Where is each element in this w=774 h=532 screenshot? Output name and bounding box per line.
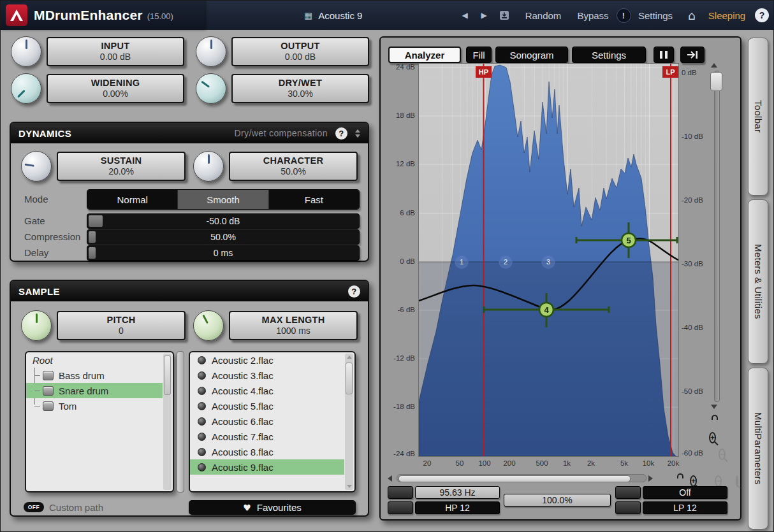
hscroll-left-icon[interactable] <box>388 475 392 482</box>
vertical-zoom-in-icon[interactable] <box>709 432 716 443</box>
list-item[interactable]: Acoustic 3.flac <box>190 368 344 383</box>
save-preset-button[interactable] <box>495 1 513 30</box>
sustain-label: SUSTAIN <box>101 155 142 166</box>
list-item[interactable]: Acoustic 5.flac <box>190 398 344 413</box>
horizontal-scroll-thumb[interactable] <box>398 475 631 482</box>
file-scroll-thumb[interactable] <box>346 363 353 394</box>
output-display[interactable]: OUTPUT 0.00 dB <box>231 37 369 66</box>
character-display[interactable]: CHARACTER 50.0% <box>229 152 358 181</box>
maxlength-knob[interactable] <box>193 310 224 341</box>
tree-scroll-thumb[interactable] <box>164 356 171 395</box>
preset-selector[interactable]: ▦ Acoustic 9 <box>304 1 362 30</box>
eq-node-2[interactable]: 2 <box>499 255 512 268</box>
dynamics-help-icon[interactable]: ? <box>335 127 347 140</box>
gate-slider[interactable]: -50.0 dB <box>87 213 360 229</box>
pitch-display[interactable]: PITCH 0 <box>57 311 186 340</box>
scroll-up-icon[interactable] <box>347 356 352 359</box>
settings-button[interactable]: Settings <box>634 1 676 30</box>
list-item[interactable]: Acoustic 4.flac <box>190 383 344 398</box>
widening-display[interactable]: WIDENING 0.00% <box>47 74 184 103</box>
tree-item-bass-drum[interactable]: Bass drum <box>26 368 163 383</box>
mode-normal-button[interactable]: Normal <box>87 190 178 209</box>
sample-help-icon[interactable]: ? <box>348 285 360 298</box>
freq-label: 10k <box>636 459 661 467</box>
sidebar-tab-meters-utilities[interactable]: Meters & Utilities <box>748 199 768 364</box>
tab-settings[interactable]: Settings <box>572 47 646 63</box>
bypass-button[interactable]: Bypass <box>572 1 614 30</box>
list-item[interactable]: Acoustic 8.flac <box>190 444 344 459</box>
tree-item-snare-drum[interactable]: Snare drum <box>26 383 163 398</box>
help-button[interactable]: ? <box>752 1 772 30</box>
previous-preset-button[interactable]: ◀ <box>456 1 474 30</box>
sustain-knob[interactable] <box>21 151 52 182</box>
delay-slider[interactable]: 0 ms <box>87 245 360 261</box>
list-item-selected[interactable]: Acoustic 9.flac <box>190 459 344 475</box>
delay-handle[interactable] <box>89 247 96 259</box>
analyzer-mix-display[interactable]: 100.0% <box>504 494 611 507</box>
zoom-reset-icon[interactable] <box>736 475 738 487</box>
tab-analyzer[interactable]: Analyzer <box>388 47 461 63</box>
dynamics-spinner[interactable] <box>355 129 360 138</box>
character-knob[interactable] <box>193 151 224 182</box>
hp-mini-button[interactable] <box>388 486 413 499</box>
list-item[interactable]: Acoustic 7.flac <box>190 429 344 444</box>
next-preset-button[interactable]: ▶ <box>475 1 493 30</box>
drywet-compensation-option[interactable]: Dry/wet compensation <box>234 128 328 138</box>
notification-button[interactable]: ! <box>614 1 633 30</box>
drywet-display[interactable]: DRY/WET 30.0% <box>231 74 369 103</box>
list-item[interactable]: Acoustic 6.flac <box>190 413 344 429</box>
random-button[interactable]: Random <box>518 1 568 30</box>
hp-frequency-display[interactable]: 95.63 Hz <box>415 486 500 499</box>
compression-slider[interactable]: 50.0% <box>87 229 360 245</box>
maxlength-display[interactable]: MAX LENGTH 1000 ms <box>229 311 358 340</box>
file-scrollbar[interactable] <box>345 354 353 490</box>
lp-mini-button[interactable] <box>615 486 641 499</box>
favourites-button[interactable]: ♥ Favourites <box>189 500 356 515</box>
vscroll-down-icon[interactable] <box>711 405 717 409</box>
pitch-knob-group: PITCH 0 <box>21 310 186 341</box>
tree-splitter[interactable] <box>177 351 184 492</box>
spectrum-plot[interactable]: HP LP 1 2 <box>418 63 679 457</box>
eq-node-3[interactable]: 3 <box>542 255 555 268</box>
tree-root-item[interactable]: Root <box>26 352 173 368</box>
horizontal-zoom-out-icon[interactable] <box>715 475 722 487</box>
horizontal-scroll-track[interactable] <box>397 474 646 482</box>
pitch-knob[interactable] <box>21 310 52 341</box>
sidebar-tab-multiparameters[interactable]: MultiParameters <box>748 368 768 529</box>
vscroll-up-icon[interactable] <box>711 63 717 68</box>
tree-item-tom[interactable]: Tom <box>26 398 163 413</box>
sidebar-tab-toolbar[interactable]: Toolbar <box>748 38 768 196</box>
eq-node-1[interactable]: 1 <box>455 255 468 268</box>
lp-slope-button[interactable]: LP 12 <box>643 501 727 514</box>
output-knob[interactable] <box>196 36 226 67</box>
mode-fast-button[interactable]: Fast <box>269 190 359 209</box>
sleeping-indicator[interactable]: Sleeping <box>703 1 750 30</box>
hp-slope-button[interactable]: HP 12 <box>415 501 500 514</box>
tab-sonogram[interactable]: Sonogram <box>495 47 568 63</box>
melda-logo-icon[interactable] <box>6 4 27 26</box>
tree-scrollbar[interactable] <box>163 354 172 490</box>
list-item[interactable]: Acoustic 2.flac <box>190 352 344 368</box>
widening-knob[interactable] <box>11 73 41 104</box>
pause-button[interactable] <box>654 47 674 63</box>
hscroll-right-icon[interactable] <box>648 475 653 482</box>
hp-slope-mini-button[interactable] <box>388 501 413 514</box>
gate-handle[interactable] <box>89 215 103 227</box>
compression-handle[interactable] <box>89 231 96 243</box>
vertical-zoom-thumb[interactable] <box>710 72 722 91</box>
scroll-down-icon[interactable] <box>347 485 352 488</box>
drywet-knob[interactable] <box>196 73 226 104</box>
custom-path-toggle[interactable]: OFF <box>24 502 44 512</box>
lp-slope-mini-button[interactable] <box>615 501 641 514</box>
vertical-zoom-out-icon[interactable] <box>719 449 726 460</box>
tab-fill[interactable]: Fill <box>466 47 492 63</box>
home-button[interactable]: ⌂ <box>682 1 702 30</box>
mode-smooth-button[interactable]: Smooth <box>178 190 268 209</box>
snap-to-edge-button[interactable] <box>680 47 705 63</box>
lp-frequency-display[interactable]: Off <box>643 486 727 499</box>
input-knob[interactable] <box>11 36 41 67</box>
horizontal-zoom-in-icon[interactable] <box>690 475 697 487</box>
sustain-display[interactable]: SUSTAIN 20.0% <box>57 152 186 181</box>
vertical-zoom-track[interactable] <box>714 71 720 402</box>
input-display[interactable]: INPUT 0.00 dB <box>47 37 184 66</box>
